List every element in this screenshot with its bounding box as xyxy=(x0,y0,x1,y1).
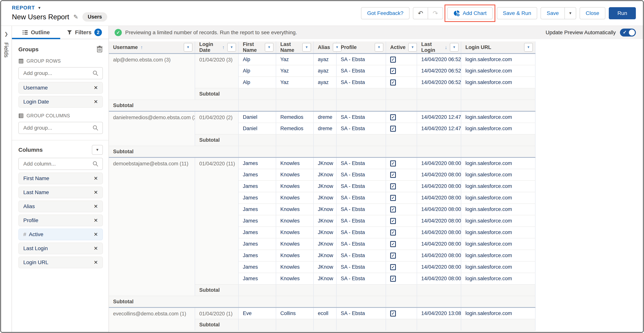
cell-login-url: login.salesforce.com xyxy=(461,53,535,65)
cell-last-name: Knowles xyxy=(276,227,314,238)
cell-empty xyxy=(238,319,276,331)
tab-outline[interactable]: Outline xyxy=(12,26,60,39)
pie-chart-icon xyxy=(453,10,460,17)
cell-empty xyxy=(386,100,417,111)
expand-fields-chevron-icon[interactable]: ❯ xyxy=(4,31,8,37)
cell-empty xyxy=(386,319,417,331)
active-checkbox-checked: ✓ xyxy=(390,230,396,236)
column-menu-button-first-name[interactable]: ▼ xyxy=(265,43,274,52)
cell-empty xyxy=(417,284,461,296)
cell-profile: SA - Ebsta xyxy=(336,169,386,181)
cell-empty xyxy=(417,319,461,331)
column-header-username[interactable]: Username↑▼ xyxy=(109,41,195,53)
active-checkbox-checked: ✓ xyxy=(390,56,396,63)
column-menu-button-profile[interactable]: ▼ xyxy=(375,43,383,52)
remove-chip-icon[interactable]: ✕ xyxy=(94,231,98,238)
row-group-chip-username[interactable]: Username✕ xyxy=(18,82,103,94)
cell-first-name: James xyxy=(238,273,276,284)
remove-chip-icon[interactable]: ✕ xyxy=(94,85,98,91)
fields-panel-label[interactable]: Fields xyxy=(3,42,10,57)
cell-empty xyxy=(314,319,336,331)
cell-alias: JKnow xyxy=(314,192,336,204)
column-chip-first-name[interactable]: First Name✕ xyxy=(18,173,103,184)
column-menu-button-active[interactable]: ▼ xyxy=(408,43,417,52)
cell-empty xyxy=(238,284,276,296)
got-feedback-button[interactable]: Got Feedback? xyxy=(361,7,409,19)
cell-profile: SA - Ebsta xyxy=(336,250,386,261)
column-chip-last-name[interactable]: Last Name✕ xyxy=(18,187,103,198)
row-group-chip-login-date[interactable]: Login Date✕ xyxy=(18,96,103,108)
remove-chip-icon[interactable]: ✕ xyxy=(94,217,98,223)
column-header-login-date[interactable]: Login Date↑▼ xyxy=(195,41,238,53)
column-menu-button-login-date[interactable]: ▼ xyxy=(227,43,236,52)
column-chip-alias[interactable]: Alias✕ xyxy=(18,201,103,212)
column-chip-login-url[interactable]: Login URL✕ xyxy=(18,257,103,268)
column-menu-button-username[interactable]: ▼ xyxy=(184,43,192,52)
add-group-rows-input[interactable] xyxy=(18,67,103,79)
remove-all-groups-button[interactable] xyxy=(96,46,103,53)
group-columns-icon xyxy=(18,113,24,118)
remove-chip-icon[interactable]: ✕ xyxy=(94,203,98,209)
run-button[interactable]: Run xyxy=(609,7,636,19)
cell-last-name: Knowles xyxy=(276,238,314,250)
column-chip-profile[interactable]: Profile✕ xyxy=(18,215,103,226)
edit-title-icon[interactable]: ✎ xyxy=(73,13,78,20)
column-chip-active[interactable]: #Active✕ xyxy=(18,229,103,240)
column-menu-button-last-login[interactable]: ▼ xyxy=(450,43,458,52)
add-group-columns-input[interactable] xyxy=(18,122,103,134)
cell-alias: JKnow xyxy=(314,273,336,284)
table-row: alp@demo.ebsta.com (3)01/04/2020 (3)AlpY… xyxy=(109,53,535,65)
column-header-login-url[interactable]: Login URL▼ xyxy=(461,41,535,53)
column-menu-button-last-name[interactable]: ▼ xyxy=(302,43,311,52)
cell-alias: JKnow xyxy=(314,215,336,227)
cell-last-login: 14/04/2020 13:08 xyxy=(417,308,461,319)
cell-empty xyxy=(461,296,535,308)
report-type-label[interactable]: REPORT xyxy=(12,5,35,11)
cell-empty xyxy=(238,146,276,157)
tab-filters[interactable]: Filters 2 xyxy=(60,26,108,39)
chip-label: Alias xyxy=(23,203,35,209)
report-type-caret-icon[interactable]: ▼ xyxy=(38,6,41,10)
column-header-last-login[interactable]: Last Login↓▼ xyxy=(417,41,461,53)
column-header-profile[interactable]: Profile▼ xyxy=(336,41,386,53)
save-and-run-button[interactable]: Save & Run xyxy=(497,7,537,19)
column-header-alias[interactable]: Alias▼ xyxy=(314,41,336,53)
cell-profile: SA - Ebsta xyxy=(336,111,386,123)
columns-menu-button[interactable]: ▼ xyxy=(92,145,103,155)
cell-active: ✓ xyxy=(386,53,417,65)
fields-collapsed-panel[interactable]: ❯ Fields xyxy=(1,26,12,332)
update-preview-toggle[interactable]: ✓ xyxy=(620,28,636,36)
undo-button[interactable]: ↶ xyxy=(413,7,428,19)
active-checkbox-checked: ✓ xyxy=(390,183,396,189)
cell-empty xyxy=(238,88,276,100)
subtotal-label: Subtotal xyxy=(109,296,238,308)
remove-chip-icon[interactable]: ✕ xyxy=(94,99,98,105)
cell-last-name: Knowles xyxy=(276,273,314,284)
column-header-last-name[interactable]: Last Name▼ xyxy=(276,41,314,53)
cell-first-name: James xyxy=(238,204,276,215)
save-menu-button[interactable]: ▼ xyxy=(564,7,576,19)
column-header-first-name[interactable]: First Name▼ xyxy=(238,41,276,53)
table-row: evecollins@demo.ebsta.com (1)01/04/2020 … xyxy=(109,308,535,319)
cell-empty xyxy=(276,284,314,296)
cell-login-url: login.salesforce.com xyxy=(461,227,535,238)
cell-last-login: 14/04/2020 06:52 xyxy=(417,53,461,65)
column-menu-button-login-url[interactable]: ▼ xyxy=(524,43,533,52)
save-button[interactable]: Save xyxy=(540,7,565,19)
user-subtotal-row: Subtotal xyxy=(109,146,535,157)
add-chart-button[interactable]: Add Chart xyxy=(447,7,493,19)
cell-empty xyxy=(386,146,417,157)
column-chip-last-login[interactable]: Last Login✕ xyxy=(18,243,103,254)
column-header-label: Alias xyxy=(318,44,330,50)
remove-chip-icon[interactable]: ✕ xyxy=(94,189,98,195)
column-header-label: Username xyxy=(113,44,138,50)
close-button[interactable]: Close xyxy=(580,7,605,19)
add-column-input[interactable] xyxy=(18,158,103,170)
remove-chip-icon[interactable]: ✕ xyxy=(94,245,98,252)
column-header-active[interactable]: Active▼ xyxy=(386,41,417,53)
remove-chip-icon[interactable]: ✕ xyxy=(94,259,98,266)
caret-down-icon: ▼ xyxy=(96,148,99,152)
remove-chip-icon[interactable]: ✕ xyxy=(94,175,98,181)
redo-button[interactable]: ↷ xyxy=(428,7,443,19)
column-menu-button-alias[interactable]: ▼ xyxy=(333,43,342,52)
